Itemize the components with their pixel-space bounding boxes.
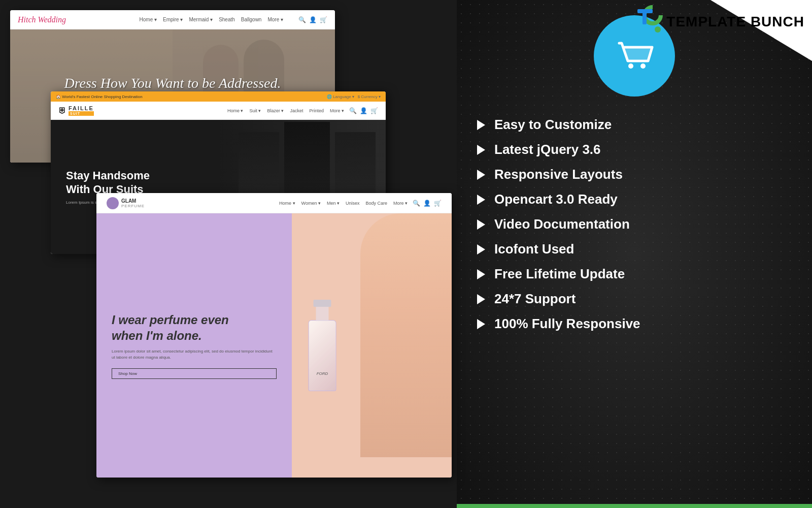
woman-silhouette (360, 213, 452, 457)
tb-logo-icon (633, 5, 666, 38)
brand-name: TEMPLATE BUNCH (666, 14, 804, 30)
feature-item-video: Video Documentation (477, 216, 792, 232)
features-list: Easy to Customize Latest jQuery 3.6 Resp… (477, 117, 792, 341)
wedding-nav: Hitch Wedding Home ▾ Empire ▾ Mermaid ▾ … (10, 10, 335, 29)
left-panel: Hitch Wedding Home ▾ Empire ▾ Mermaid ▾ … (0, 0, 457, 508)
arrow-icon-fullresponsive (477, 319, 485, 329)
suit-icons: 🔍👤🛒 (349, 107, 378, 114)
arrow-icon-customize (477, 120, 485, 130)
suit-hero-title: Stay HandsomeWith Our Suits (66, 169, 250, 196)
right-panel: TEMPLATE BUNCH Easy to Customize Latest … (457, 0, 812, 508)
cart-icon (612, 33, 657, 79)
perfume-logo-icon (107, 197, 119, 209)
svg-rect-2 (642, 9, 647, 24)
feature-item-fullresponsive: 100% Fully Responsive (477, 316, 792, 332)
wedding-hero-title: Dress How You Want to be Addressed. (64, 75, 281, 91)
wedding-nav-links: Home ▾ Empire ▾ Mermaid ▾ Sheath Ballgow… (140, 17, 283, 22)
perfume-nav-links: Home ▾Women ▾Men ▾UnisexBody CareMore ▾ (279, 201, 408, 206)
arrow-icon-jquery (477, 145, 485, 155)
feature-item-jquery: Latest jQuery 3.6 (477, 142, 792, 157)
feature-label-fullresponsive: 100% Fully Responsive (494, 316, 640, 332)
feature-label-support: 24*7 Support (494, 291, 576, 307)
arrow-icon-responsive (477, 170, 485, 180)
svg-point-3 (655, 26, 661, 33)
brand-logo: TEMPLATE BUNCH (633, 5, 804, 38)
feature-label-update: Free Lifetime Update (494, 266, 625, 282)
suit-topbar: 🏠 World's Fastest Online Shopping Destin… (51, 91, 386, 102)
feature-label-customize: Easy to Customize (494, 117, 612, 133)
suit-logo: ⛨ FAILLE SUIT (58, 105, 94, 116)
feature-item-opencart: Opencart 3.0 Ready (477, 192, 792, 207)
perfume-hero-left: I wear perfume evenwhen I'm alone. Lorem… (96, 213, 292, 478)
feature-label-jquery: Latest jQuery 3.6 (494, 142, 601, 157)
feature-label-icofont: Icofont Used (494, 241, 574, 257)
feature-item-update: Free Lifetime Update (477, 266, 792, 282)
suit-nav-links: Home ▾Suit ▾Blazer ▾JacketPrintedMore ▾ (227, 108, 344, 113)
arrow-icon-video (477, 219, 485, 230)
perfume-hero-title: I wear perfume evenwhen I'm alone. (112, 312, 277, 343)
arrow-icon-opencart (477, 195, 485, 205)
wedding-icons: 🔍👤🛒 (298, 16, 327, 23)
feature-item-icofont: Icofont Used (477, 241, 792, 257)
shield-icon: ⛨ (58, 106, 66, 115)
green-stripe-decoration (457, 504, 812, 508)
suit-nav: ⛨ FAILLE SUIT Home ▾Suit ▾Blazer ▾Jacket… (51, 102, 386, 120)
feature-item-customize: Easy to Customize (477, 117, 792, 133)
perfume-bottle: FORD (302, 300, 343, 391)
perfume-hero-right: FORD (292, 213, 452, 478)
wedding-logo: Hitch Wedding (18, 15, 66, 24)
feature-item-support: 24*7 Support (477, 291, 792, 307)
perfume-hero-subtitle: Lorem ipsum dolor sit amet, consectetur … (112, 348, 277, 361)
feature-label-opencart: Opencart 3.0 Ready (494, 192, 618, 207)
feature-label-responsive: Responsive Layouts (494, 167, 623, 182)
perfume-shop-now-button[interactable]: Shop Now (112, 368, 277, 379)
perfume-icons: 🔍👤🛒 (413, 200, 442, 207)
perfume-hero-image: FORD (292, 213, 452, 478)
perfume-template-preview: GLAM PERFUME Home ▾Women ▾Men ▾UnisexBod… (96, 193, 452, 478)
feature-label-video: Video Documentation (494, 216, 630, 232)
perfume-nav: GLAM PERFUME Home ▾Women ▾Men ▾UnisexBod… (96, 193, 452, 213)
arrow-icon-update (477, 269, 485, 279)
perfume-logo: GLAM PERFUME (107, 197, 145, 209)
arrow-icon-support (477, 294, 485, 304)
svg-point-4 (628, 64, 633, 69)
perfume-hero: I wear perfume evenwhen I'm alone. Lorem… (96, 213, 452, 478)
arrow-icon-icofont (477, 244, 485, 255)
svg-point-5 (640, 64, 646, 69)
feature-item-responsive: Responsive Layouts (477, 167, 792, 182)
